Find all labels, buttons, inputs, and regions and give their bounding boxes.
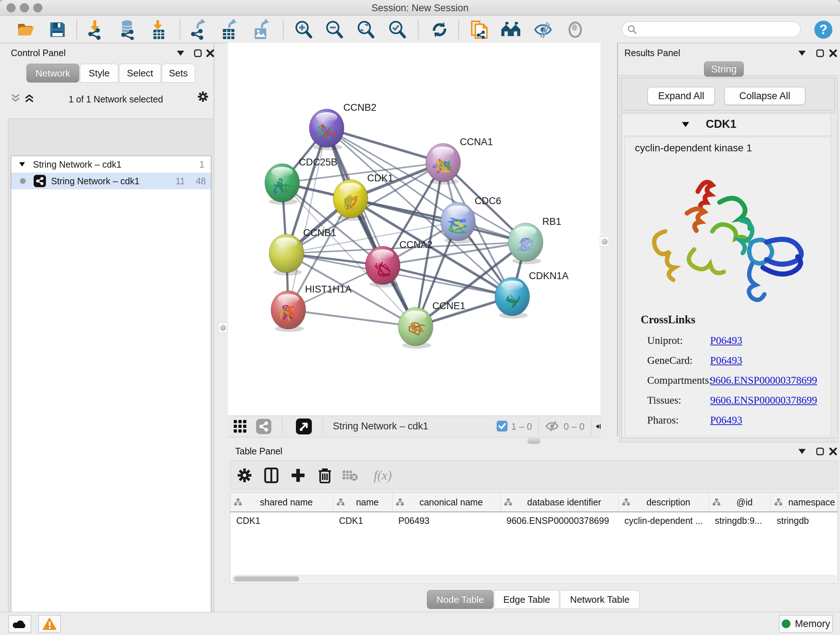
tab-network[interactable]: Network	[27, 64, 79, 82]
table-panel-float-icon[interactable]	[815, 447, 826, 456]
column-header-database-identifier[interactable]: database identifier	[501, 493, 619, 511]
table-panel-close-icon[interactable]	[828, 447, 838, 456]
column-header-description[interactable]: description	[619, 493, 709, 511]
uniprot-link[interactable]: P06493	[710, 334, 742, 346]
network-node-RB1[interactable]: RB1	[508, 216, 561, 264]
network-collection-row[interactable]: String Network – cdk1 1	[11, 156, 211, 173]
table-horizontal-scrollbar[interactable]	[232, 575, 836, 584]
function-builder-icon[interactable]: f(x)	[368, 467, 397, 484]
zoom-fit-button[interactable]	[355, 19, 376, 40]
hide-panel-button[interactable]	[565, 19, 585, 40]
compartments-link[interactable]: 9606.ENSP00000378699	[710, 374, 817, 386]
table-cell[interactable]: cyclin-dependent ...	[619, 511, 709, 530]
open-session-button[interactable]	[16, 19, 36, 40]
scrollbar-thumb[interactable]	[234, 576, 299, 581]
gene-description: cyclin-dependent kinase 1	[635, 142, 752, 154]
network-edge-CCNB2-HIST1H1A[interactable]	[288, 128, 327, 310]
delete-table-icon[interactable]	[341, 467, 359, 484]
column-header-namespace[interactable]: namespace	[771, 493, 838, 511]
network-node-label: CDKN1A	[529, 271, 569, 281]
network-options-gear-icon[interactable]	[197, 92, 208, 101]
network-node-HIST1H1A[interactable]: HIST1H1A	[271, 284, 352, 332]
help-button[interactable]: ?	[813, 19, 834, 40]
import-network-database-button[interactable]	[117, 19, 137, 40]
control-panel-close-icon[interactable]	[205, 49, 216, 58]
column-header--id[interactable]: @id	[709, 493, 771, 511]
show-hide-labels-button[interactable]	[533, 19, 553, 40]
network-node-CDKN1A[interactable]: CDKN1A	[495, 271, 569, 318]
left-splitter-handle[interactable]	[218, 323, 227, 333]
genecard-link[interactable]: P06493	[710, 355, 742, 366]
pharos-link[interactable]: P06493	[710, 414, 742, 426]
network-canvas[interactable]: CCNB2CCNA1CDC25BCDK1CDC6RB1CCNB1CCNA2CDK…	[228, 43, 600, 416]
zoom-selected-icon	[387, 19, 407, 40]
search-input[interactable]	[637, 24, 790, 35]
results-panel-collapse-icon[interactable]	[797, 49, 807, 58]
zoom-selected-button[interactable]	[387, 19, 407, 40]
results-panel-float-icon[interactable]	[815, 49, 826, 58]
results-panel-close-icon[interactable]	[828, 49, 838, 58]
table-cell[interactable]: P06493	[393, 511, 501, 530]
delete-column-trash-icon[interactable]	[316, 467, 333, 484]
clone-network-button[interactable]	[469, 19, 489, 40]
table-cell[interactable]: CDK1	[333, 511, 393, 530]
refresh-view-button[interactable]	[429, 19, 450, 40]
export-image-button[interactable]	[251, 19, 271, 40]
table-cell[interactable]: stringdb:9...	[709, 511, 771, 530]
tab-select[interactable]: Select	[119, 64, 161, 82]
cloud-status-button[interactable]	[9, 615, 31, 632]
export-network-button[interactable]	[188, 19, 208, 40]
tab-style[interactable]: Style	[80, 64, 118, 82]
tab-edge-table[interactable]: Edge Table	[494, 590, 559, 609]
export-table-button[interactable]	[219, 19, 240, 40]
grid-view-icon[interactable]	[234, 420, 247, 434]
add-column-icon[interactable]	[289, 467, 307, 484]
warnings-button[interactable]	[38, 615, 61, 632]
gene-card-collapse-icon[interactable]	[682, 122, 689, 127]
network-row-selected[interactable]: String Network – cdk1 11 48	[11, 173, 211, 189]
selected-checkbox-icon[interactable]	[497, 421, 508, 433]
control-panel-float-icon[interactable]	[193, 49, 203, 58]
network-status-dot	[20, 178, 26, 184]
network-edge-CCNB2-CCNA1[interactable]	[327, 128, 443, 163]
toolbar-separator	[283, 20, 284, 39]
search-box[interactable]	[622, 21, 801, 37]
column-header-canonical-name[interactable]: canonical name	[393, 493, 501, 511]
zoom-in-button[interactable]	[294, 19, 314, 40]
network-view-share-icon[interactable]	[256, 419, 271, 435]
collapse-all-button[interactable]: Collapse All	[724, 87, 805, 105]
memory-button[interactable]: Memory	[779, 615, 833, 632]
tab-sets[interactable]: Sets	[162, 64, 195, 82]
network-node-label: CCNE1	[432, 301, 466, 311]
column-header-shared-name[interactable]: shared name	[231, 493, 333, 511]
table-cell[interactable]: CDK1	[231, 511, 333, 530]
expand-all-networks-icon[interactable]	[24, 93, 35, 103]
gene-card-header[interactable]: CDK1	[622, 113, 835, 136]
results-scrollbar[interactable]	[831, 114, 836, 437]
birdseye-view-icon[interactable]	[296, 418, 312, 436]
table-cell[interactable]: stringdb	[771, 511, 838, 530]
network-node-CDC6[interactable]: CDC6	[441, 195, 501, 244]
right-splitter-handle[interactable]	[600, 236, 609, 247]
network-edge-CCNB2-CCNE1[interactable]	[327, 128, 416, 326]
column-header-name[interactable]: name	[333, 493, 393, 511]
import-table-file-button[interactable]	[148, 19, 169, 40]
tab-network-table[interactable]: Network Table	[560, 590, 639, 609]
control-panel-collapse-icon[interactable]	[175, 49, 186, 58]
tree-expand-icon[interactable]	[19, 162, 25, 166]
show-columns-icon[interactable]	[263, 467, 280, 484]
network-edge-HIST1H1A-CCNE1[interactable]	[288, 310, 416, 326]
tissues-link[interactable]: 9606.ENSP00000378699	[710, 394, 817, 406]
save-session-button[interactable]	[47, 19, 68, 40]
expand-all-button[interactable]: Expand All	[647, 87, 715, 105]
network-node-CCNE1[interactable]: CCNE1	[398, 301, 466, 348]
collapse-all-networks-icon[interactable]	[10, 93, 21, 103]
table-cell[interactable]: 9606.ENSP00000378699	[501, 511, 619, 530]
tab-node-table[interactable]: Node Table	[427, 590, 493, 609]
import-network-file-button[interactable]	[85, 19, 105, 40]
table-settings-gear-icon[interactable]	[236, 467, 253, 484]
tab-string-results[interactable]: String	[704, 62, 744, 77]
zoom-out-button[interactable]	[324, 19, 344, 40]
table-panel-collapse-icon[interactable]	[797, 447, 807, 456]
string-home-button[interactable]	[501, 19, 521, 40]
